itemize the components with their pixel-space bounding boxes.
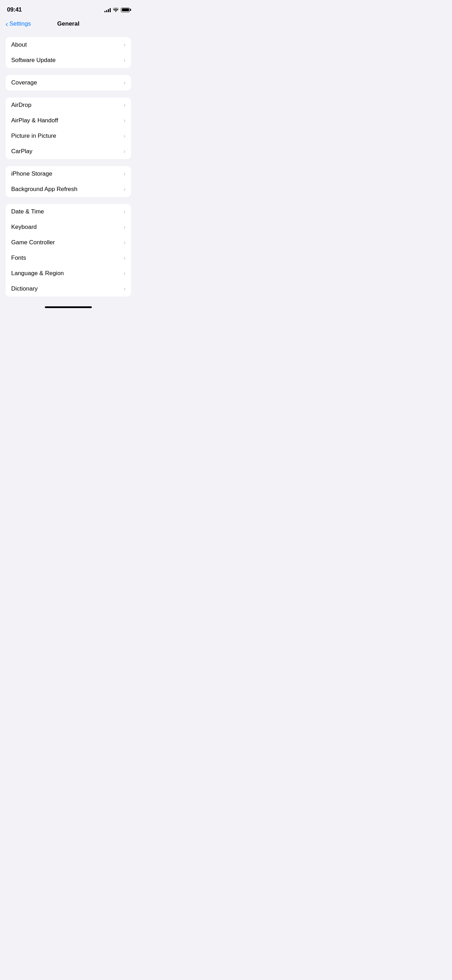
about-right: › — [124, 42, 126, 48]
settings-group-5: Date & Time › Keyboard › Game Controller… — [6, 204, 131, 296]
status-bar: 09:41 — [0, 0, 137, 18]
home-bar — [45, 306, 92, 308]
coverage-right: › — [124, 80, 126, 86]
settings-row-language-region[interactable]: Language & Region › — [6, 266, 131, 281]
home-indicator — [0, 304, 137, 311]
software-update-label: Software Update — [11, 57, 56, 64]
back-label: Settings — [10, 20, 31, 27]
dictionary-label: Dictionary — [11, 285, 38, 292]
back-button[interactable]: ‹ Settings — [6, 20, 31, 27]
settings-row-fonts[interactable]: Fonts › — [6, 250, 131, 266]
game-controller-label: Game Controller — [11, 239, 55, 246]
game-controller-right: › — [124, 239, 126, 246]
settings-row-about[interactable]: About › — [6, 37, 131, 52]
airplay-handoff-right: › — [124, 118, 126, 124]
settings-group-3: AirDrop › AirPlay & Handoff › Picture in… — [6, 97, 131, 159]
airdrop-label: AirDrop — [11, 102, 32, 109]
iphone-storage-right: › — [124, 171, 126, 177]
settings-row-dictionary[interactable]: Dictionary › — [6, 281, 131, 296]
settings-row-airdrop[interactable]: AirDrop › — [6, 97, 131, 113]
iphone-storage-label: iPhone Storage — [11, 170, 52, 177]
settings-row-airplay-handoff[interactable]: AirPlay & Handoff › — [6, 113, 131, 128]
about-label: About — [11, 41, 27, 48]
settings-row-picture-in-picture[interactable]: Picture in Picture › — [6, 128, 131, 144]
software-update-right: › — [124, 57, 126, 64]
picture-in-picture-right: › — [124, 133, 126, 139]
wifi-icon — [113, 7, 119, 13]
status-icons — [104, 7, 130, 13]
settings-row-software-update[interactable]: Software Update › — [6, 52, 131, 68]
chevron-right-icon: › — [124, 270, 126, 277]
page-title: General — [57, 20, 79, 27]
language-region-label: Language & Region — [11, 270, 64, 277]
chevron-right-icon: › — [124, 171, 126, 177]
battery-icon — [121, 8, 130, 12]
date-time-right: › — [124, 208, 126, 215]
chevron-right-icon: › — [124, 224, 126, 230]
settings-row-background-app-refresh[interactable]: Background App Refresh › — [6, 181, 131, 197]
settings-row-iphone-storage[interactable]: iPhone Storage › — [6, 166, 131, 181]
chevron-right-icon: › — [124, 42, 126, 48]
picture-in-picture-label: Picture in Picture — [11, 132, 56, 140]
airdrop-right: › — [124, 102, 126, 108]
fonts-right: › — [124, 255, 126, 261]
settings-group-4: iPhone Storage › Background App Refresh … — [6, 166, 131, 197]
chevron-right-icon: › — [124, 102, 126, 108]
fonts-label: Fonts — [11, 255, 26, 261]
settings-row-date-time[interactable]: Date & Time › — [6, 204, 131, 220]
chevron-right-icon: › — [124, 57, 126, 64]
airplay-handoff-label: AirPlay & Handoff — [11, 117, 58, 124]
chevron-right-icon: › — [124, 133, 126, 139]
signal-icon — [104, 7, 111, 12]
settings-content: About › Software Update › Coverage › Air… — [0, 32, 137, 296]
chevron-right-icon: › — [124, 186, 126, 192]
carplay-right: › — [124, 148, 126, 154]
chevron-right-icon: › — [124, 148, 126, 154]
chevron-right-icon: › — [124, 239, 126, 246]
chevron-right-icon: › — [124, 286, 126, 292]
chevron-right-icon: › — [124, 208, 126, 215]
coverage-label: Coverage — [11, 79, 37, 86]
dictionary-right: › — [124, 286, 126, 292]
language-region-right: › — [124, 270, 126, 277]
chevron-right-icon: › — [124, 80, 126, 86]
status-time: 09:41 — [7, 6, 22, 13]
settings-group-1: About › Software Update › — [6, 37, 131, 68]
date-time-label: Date & Time — [11, 208, 44, 215]
background-app-refresh-right: › — [124, 186, 126, 192]
chevron-right-icon: › — [124, 255, 126, 261]
carplay-label: CarPlay — [11, 148, 32, 155]
settings-row-carplay[interactable]: CarPlay › — [6, 144, 131, 159]
settings-row-game-controller[interactable]: Game Controller › — [6, 235, 131, 250]
settings-group-2: Coverage › — [6, 75, 131, 91]
nav-bar: ‹ Settings General — [0, 18, 137, 32]
keyboard-right: › — [124, 224, 126, 230]
background-app-refresh-label: Background App Refresh — [11, 186, 78, 193]
settings-row-keyboard[interactable]: Keyboard › — [6, 220, 131, 235]
keyboard-label: Keyboard — [11, 224, 37, 231]
back-chevron-icon: ‹ — [6, 20, 8, 27]
chevron-right-icon: › — [124, 118, 126, 124]
settings-row-coverage[interactable]: Coverage › — [6, 75, 131, 91]
